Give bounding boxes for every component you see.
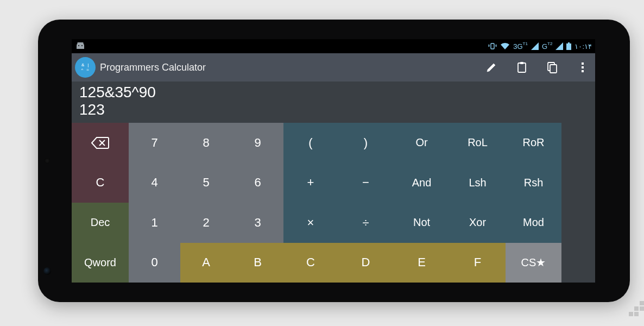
cs-key[interactable]: CS★	[506, 243, 561, 283]
front-camera	[43, 267, 51, 275]
keypad: 7 8 9 ( ) Or RoL RoR C 4 5 6 + − And Lsh…	[72, 123, 595, 283]
vibrate-icon	[488, 42, 497, 50]
seven-key[interactable]: 7	[129, 123, 180, 163]
two-key[interactable]: 2	[180, 203, 232, 243]
svg-rect-10	[550, 65, 557, 73]
network2-label: GT2	[542, 42, 552, 51]
svg-rect-15	[634, 312, 639, 316]
app-title: Programmers Calculator	[100, 62, 480, 73]
b-key[interactable]: B	[232, 243, 283, 283]
watermark-logo	[629, 292, 644, 318]
e-key[interactable]: E	[394, 243, 450, 283]
android-icon	[75, 42, 86, 50]
eight-key[interactable]: 8	[180, 123, 232, 163]
bezel-left	[43, 25, 72, 297]
expression-text: 125&35^90	[79, 84, 588, 101]
edit-button[interactable]	[484, 60, 498, 74]
multiply-key[interactable]: ×	[283, 203, 338, 243]
display-area: 125&35^90 123	[72, 82, 595, 123]
lparen-key[interactable]: (	[283, 123, 338, 163]
svg-rect-16	[634, 306, 639, 311]
signal1-icon	[531, 42, 539, 50]
svg-rect-14	[629, 312, 633, 316]
and-key[interactable]: And	[394, 163, 450, 203]
or-key[interactable]: Or	[394, 123, 450, 163]
rparen-key[interactable]: )	[338, 123, 394, 163]
d-key[interactable]: D	[338, 243, 394, 283]
result-text: 123	[79, 101, 588, 118]
svg-point-0	[78, 45, 79, 46]
zero-key[interactable]: 0	[129, 243, 180, 283]
network1-label: 3GT1	[513, 42, 528, 51]
three-key[interactable]: 3	[232, 203, 283, 243]
clear-key[interactable]: C	[72, 163, 129, 203]
one-key[interactable]: 1	[129, 203, 180, 243]
signal2-icon	[555, 42, 563, 50]
nine-key[interactable]: 9	[232, 123, 283, 163]
svg-rect-11	[582, 62, 584, 65]
svg-rect-18	[640, 301, 644, 305]
device-frame: 3GT1 GT2 ١٠:١۴ & |^ = Programmers Calcul…	[38, 20, 630, 302]
status-bar: 3GT1 GT2 ١٠:١۴	[72, 39, 595, 53]
ror-key[interactable]: RoR	[506, 123, 561, 163]
not-key[interactable]: Not	[394, 203, 450, 243]
copy-button[interactable]	[545, 60, 559, 74]
xor-key[interactable]: Xor	[450, 203, 506, 243]
plus-key[interactable]: +	[283, 163, 338, 203]
f-key[interactable]: F	[450, 243, 506, 283]
overflow-menu-button[interactable]	[576, 60, 590, 74]
battery-icon	[566, 42, 571, 50]
minus-key[interactable]: −	[338, 163, 394, 203]
clock: ١٠:١۴	[574, 42, 592, 51]
six-key[interactable]: 6	[232, 163, 283, 203]
four-key[interactable]: 4	[129, 163, 180, 203]
svg-point-1	[81, 45, 83, 46]
lsh-key[interactable]: Lsh	[450, 163, 506, 203]
action-bar: & |^ = Programmers Calculator	[72, 53, 595, 82]
app-icon: & |^ =	[75, 57, 96, 78]
svg-rect-4	[491, 43, 494, 49]
svg-rect-8	[520, 62, 523, 64]
five-key[interactable]: 5	[180, 163, 232, 203]
paste-button[interactable]	[515, 60, 529, 74]
divide-key[interactable]: ÷	[338, 203, 394, 243]
svg-rect-7	[518, 63, 526, 72]
rol-key[interactable]: RoL	[450, 123, 506, 163]
wifi-icon	[500, 42, 510, 50]
screen: 3GT1 GT2 ١٠:١۴ & |^ = Programmers Calcul…	[72, 39, 595, 283]
svg-rect-12	[582, 66, 584, 68]
svg-rect-5	[566, 43, 571, 50]
rsh-key[interactable]: Rsh	[506, 163, 561, 203]
bezel-right	[595, 25, 624, 297]
qword-key[interactable]: Qword	[72, 243, 129, 283]
c-hex-key[interactable]: C	[283, 243, 338, 283]
svg-rect-6	[568, 42, 570, 43]
svg-rect-13	[582, 70, 584, 72]
mod-key[interactable]: Mod	[506, 203, 561, 243]
dec-key[interactable]: Dec	[72, 203, 129, 243]
backspace-key[interactable]	[72, 123, 129, 163]
a-key[interactable]: A	[180, 243, 232, 283]
svg-rect-17	[640, 306, 644, 311]
earpiece-speaker	[45, 158, 50, 164]
